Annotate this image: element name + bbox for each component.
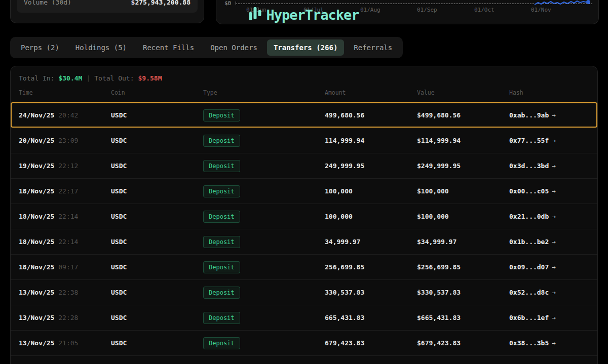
table-row[interactable]: 20/Nov/25 23:09USDCDeposit114,999.94$114… — [11, 128, 597, 153]
table-row[interactable]: 13/Nov/25 21:05USDCDeposit679,423.83$679… — [11, 330, 597, 355]
hash-link[interactable]: 0x3d...3bd→ — [509, 162, 597, 170]
time-text: 21:05 — [54, 339, 78, 347]
cell-amount: 100,000 — [325, 213, 417, 220]
table-row[interactable]: 24/Nov/25 20:42USDCDeposit499,680.56$499… — [11, 102, 597, 128]
cell-coin: USDC — [111, 289, 203, 296]
time-text: 22:17 — [54, 187, 78, 195]
cell-time: 19/Nov/25 22:12 — [19, 162, 111, 170]
cell-time: 13/Nov/25 22:28 — [19, 314, 111, 321]
cell-type: Deposit — [203, 211, 325, 223]
deposit-badge: Deposit — [203, 135, 240, 147]
cell-time: 18/Nov/25 22:14 — [19, 238, 111, 246]
hash-text: 0x52...d8c — [509, 289, 549, 296]
cell-time: 18/Nov/25 09:17 — [19, 263, 111, 271]
zero-axis-tick — [236, 2, 236, 5]
table-row[interactable]: 18/Nov/25 22:17USDCDeposit100,000$100,00… — [11, 178, 597, 204]
hash-link[interactable]: 0x77...55f→ — [509, 137, 597, 144]
external-arrow-icon: → — [552, 339, 556, 347]
tab-referrals[interactable]: Referrals — [347, 39, 399, 56]
external-arrow-icon: → — [552, 263, 556, 271]
external-arrow-icon: → — [552, 213, 556, 220]
table-row[interactable]: 19/Nov/25 22:12USDCDeposit249,999.95$249… — [11, 153, 597, 178]
external-arrow-icon: → — [552, 162, 556, 170]
logo-text: HyperTracker — [266, 7, 359, 23]
cell-coin: USDC — [111, 314, 203, 321]
hash-link[interactable]: 0x21...0db→ — [509, 213, 597, 220]
cell-value: $34,999.97 — [417, 238, 509, 246]
tab-open-orders[interactable]: Open Orders — [204, 39, 264, 56]
hash-text: 0x1b...be2 — [509, 238, 549, 246]
tab-recent-fills[interactable]: Recent Fills — [136, 39, 201, 56]
cell-type: Deposit — [203, 109, 325, 122]
date-text: 13/Nov/25 — [19, 289, 54, 296]
hash-link[interactable]: 0x1b...be2→ — [509, 238, 597, 246]
volume-stats-card: Volume (30d) $275,943,200.88 — [10, 0, 204, 23]
cell-amount: 679,423.83 — [325, 339, 417, 347]
time-text: 22:28 — [54, 314, 78, 321]
column-header-hash: Hash — [509, 89, 597, 96]
y-axis-zero-label: $0 — [224, 0, 231, 7]
total-out-label: Total Out: — [94, 74, 134, 82]
deposit-badge: Deposit — [203, 236, 240, 248]
hash-text: 0x77...55f — [509, 137, 549, 144]
hash-link[interactable]: 0xab...9ab→ — [509, 111, 597, 119]
time-text: 22:14 — [54, 238, 78, 246]
cell-coin: USDC — [111, 137, 203, 144]
deposit-badge: Deposit — [203, 287, 240, 299]
x-tick-label: 01/Sep — [417, 7, 437, 13]
x-tick-label: 01/Nov — [531, 7, 551, 13]
table-header-row: TimeCoinTypeAmountValueHash — [11, 83, 597, 102]
hash-link[interactable]: 0x00...c05→ — [509, 187, 597, 195]
cell-value: $679,423.83 — [417, 339, 509, 347]
deposit-badge: Deposit — [203, 160, 240, 172]
cell-value: $114,999.94 — [417, 137, 509, 144]
cell-type: Deposit — [203, 337, 325, 349]
hash-link[interactable]: 0x6b...1ef→ — [509, 314, 597, 321]
hash-link[interactable]: 0x09...d07→ — [509, 263, 597, 271]
volume-label: Volume (30d) — [24, 0, 71, 6]
hash-text: 0xab...9ab — [509, 111, 549, 119]
table-row[interactable]: 18/Nov/25 22:14USDCDeposit100,000$100,00… — [11, 204, 597, 229]
hash-link[interactable]: 0x52...d8c→ — [509, 289, 597, 296]
cell-coin: USDC — [111, 187, 203, 195]
chart-endpoint-dot — [586, 0, 590, 4]
cell-time: 13/Nov/25 22:38 — [19, 289, 111, 296]
cell-amount: 330,537.83 — [325, 289, 417, 296]
date-text: 20/Nov/25 — [19, 137, 54, 144]
volume-value: $275,943,200.88 — [131, 0, 191, 6]
table-row[interactable]: 18/Nov/25 22:14USDCDeposit34,999.97$34,9… — [11, 229, 597, 254]
partial-row-divider — [11, 355, 597, 364]
tab-perps-2[interactable]: Perps (2) — [14, 39, 66, 56]
cell-coin: USDC — [111, 238, 203, 246]
cell-coin: USDC — [111, 339, 203, 347]
column-header-coin: Coin — [111, 89, 203, 96]
cell-value: $100,000 — [417, 187, 509, 195]
transfers-panel: Total In: $30.4M | Total Out: $9.58M Tim… — [10, 66, 598, 364]
deposit-badge: Deposit — [203, 211, 240, 223]
deposit-badge: Deposit — [203, 312, 240, 324]
cell-type: Deposit — [203, 185, 325, 197]
date-text: 18/Nov/25 — [19, 238, 54, 246]
cell-time: 24/Nov/25 20:42 — [19, 111, 111, 119]
column-header-type: Type — [203, 89, 325, 96]
x-tick-label: 01/Aug — [360, 7, 381, 13]
table-row[interactable]: 18/Nov/25 09:17USDCDeposit256,699.85$256… — [11, 254, 597, 279]
cell-coin: USDC — [111, 111, 203, 119]
table-row[interactable]: 13/Nov/25 22:38USDCDeposit330,537.83$330… — [11, 279, 597, 305]
date-text: 19/Nov/25 — [19, 162, 54, 170]
external-arrow-icon: → — [552, 187, 556, 195]
hash-link[interactable]: 0x38...3b5→ — [509, 339, 597, 347]
table-row[interactable]: 13/Nov/25 22:28USDCDeposit665,431.83$665… — [11, 305, 597, 330]
cell-type: Deposit — [203, 135, 325, 147]
external-arrow-icon: → — [552, 314, 556, 321]
column-header-time: Time — [19, 89, 111, 96]
cell-type: Deposit — [203, 160, 325, 172]
tab-holdings-5[interactable]: Holdings (5) — [69, 39, 133, 56]
deposit-badge: Deposit — [203, 337, 240, 349]
table-body: 24/Nov/25 20:42USDCDeposit499,680.56$499… — [11, 102, 597, 364]
external-arrow-icon: → — [552, 289, 556, 296]
external-arrow-icon: → — [552, 238, 556, 246]
cell-amount: 249,999.95 — [325, 162, 417, 170]
tab-transfers-266[interactable]: Transfers (266) — [267, 39, 344, 56]
hash-text: 0x09...d07 — [509, 263, 549, 271]
